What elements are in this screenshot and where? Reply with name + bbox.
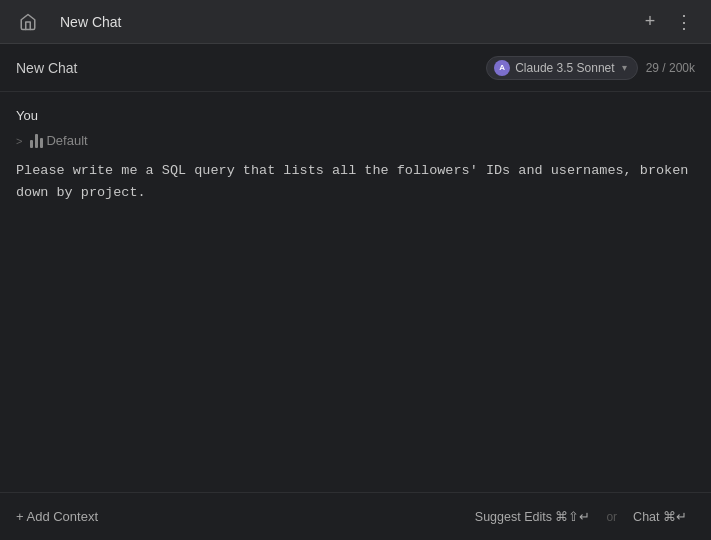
back-icon <box>19 13 37 31</box>
title-bar: New Chat + ⋮ <box>0 0 711 44</box>
chat-header-right: A Claude 3.5 Sonnet ▾ 29 / 200k <box>486 56 695 80</box>
model-selector[interactable]: A Claude 3.5 Sonnet ▾ <box>486 56 637 80</box>
message-sender: You <box>16 108 695 123</box>
chat-header: New Chat A Claude 3.5 Sonnet ▾ 29 / 200k <box>0 44 711 92</box>
model-icon: A <box>494 60 510 76</box>
add-button[interactable]: + <box>635 7 665 37</box>
chat-title: New Chat <box>16 60 77 76</box>
chat-area: You > Default Please write me a SQL quer… <box>0 92 711 492</box>
thinking-bars-icon <box>30 134 43 148</box>
app-window: New Chat + ⋮ New Chat A Claude 3.5 Sonne… <box>0 0 711 540</box>
action-separator: or <box>606 510 617 524</box>
model-name: Claude 3.5 Sonnet <box>515 61 614 75</box>
back-button[interactable] <box>0 13 56 31</box>
model-chevron: ▾ <box>622 62 627 73</box>
chat-button[interactable]: Chat ⌘↵ <box>625 505 695 528</box>
message-text: Please write me a SQL query that lists a… <box>16 160 695 203</box>
thinking-icon: Default <box>30 133 87 148</box>
title-bar-actions: + ⋮ <box>635 7 711 37</box>
bottom-bar: + Add Context Suggest Edits ⌘⇧↵ or Chat … <box>0 492 711 540</box>
bar-3 <box>40 138 43 148</box>
more-button[interactable]: ⋮ <box>669 7 699 37</box>
thinking-chevron[interactable]: > <box>16 135 22 147</box>
window-title: New Chat <box>56 14 635 30</box>
thinking-label: Default <box>46 133 87 148</box>
bar-2 <box>35 134 38 148</box>
add-context-button[interactable]: + Add Context <box>16 509 98 524</box>
suggest-edits-button[interactable]: Suggest Edits ⌘⇧↵ <box>467 505 599 528</box>
bar-1 <box>30 140 33 148</box>
token-count: 29 / 200k <box>646 61 695 75</box>
bottom-actions: Suggest Edits ⌘⇧↵ or Chat ⌘↵ <box>467 505 695 528</box>
thinking-block: > Default <box>16 133 695 148</box>
